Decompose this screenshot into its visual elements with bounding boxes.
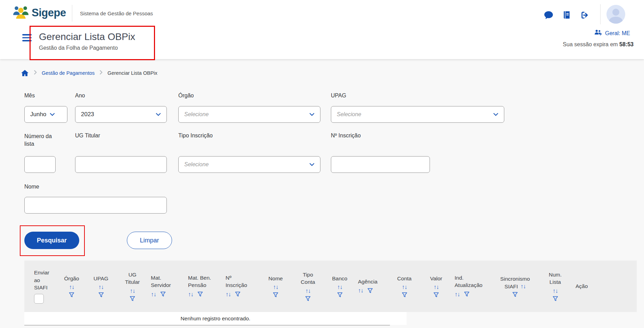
filter-icon[interactable] — [512, 292, 518, 297]
column-label: UPAG — [93, 275, 108, 281]
filter-icon[interactable] — [69, 292, 74, 298]
select-all-checkbox[interactable] — [34, 294, 44, 304]
tipo-inscricao-label: Tipo Inscrição — [178, 133, 213, 139]
column-label: Banco — [332, 275, 348, 281]
empty-message: Nenhum registro encontrado. — [24, 312, 407, 325]
sort-icon[interactable]: ↑↓ — [273, 283, 278, 291]
filter-icon[interactable] — [337, 292, 343, 298]
num-inscricao-input[interactable] — [331, 156, 430, 173]
filter-icon[interactable] — [433, 292, 439, 298]
filter-icon[interactable] — [160, 291, 166, 297]
column-label: Conta — [397, 275, 411, 281]
header-divider — [72, 5, 72, 22]
table-column-header: Conta ↑↓ — [389, 261, 420, 312]
numero-lista-input[interactable] — [24, 156, 56, 173]
home-icon[interactable] — [21, 70, 29, 77]
column-label: Tipo Conta — [301, 272, 315, 285]
table-column-header: Órgão ↑↓ — [57, 261, 86, 312]
limpar-button[interactable]: Limpar — [127, 232, 172, 249]
session-timer: Sua sessão expira em 58:53 — [563, 41, 634, 48]
breadcrumb: Gestão de Pagamentos Gerenciar Lista OBP… — [21, 70, 157, 77]
table-column-header: Tipo Conta ↑↓ — [292, 261, 324, 312]
avatar-divider — [600, 4, 601, 24]
pesquisar-button[interactable]: Pesquisar — [24, 232, 79, 249]
page-subtitle: Gestão da Folha de Pagamento — [39, 45, 135, 51]
filter-icon[interactable] — [197, 291, 203, 297]
profile-selector[interactable]: Geral: ME — [594, 29, 630, 37]
page: Sigepe Sistema de Gestão de Pessoas Gere… — [0, 0, 644, 328]
filter-icon[interactable] — [273, 292, 278, 298]
mes-value: Junho — [30, 111, 46, 118]
sort-icon[interactable]: ↑↓ — [553, 287, 558, 295]
menu-button[interactable] — [22, 34, 32, 43]
filter-icon[interactable] — [553, 296, 558, 302]
avatar[interactable] — [606, 5, 625, 24]
sort-icon[interactable]: ↑↓ — [151, 290, 156, 298]
logout-icon[interactable] — [580, 11, 589, 19]
sort-icon[interactable]: ↑↓ — [520, 283, 525, 290]
upag-select[interactable]: Selecione — [331, 106, 504, 123]
ug-titular-input[interactable] — [75, 156, 167, 173]
orgao-label: Órgão — [178, 93, 194, 99]
numero-lista-label: Número da lista — [24, 133, 63, 148]
ano-select[interactable]: 2023 — [75, 106, 167, 123]
table-column-header: Num. Lista ↑↓ — [537, 261, 573, 312]
table-column-header: Mat. Servidor ↑↓ — [149, 261, 186, 312]
sort-icon[interactable]: ↑↓ — [226, 290, 231, 298]
chat-icon[interactable] — [544, 11, 553, 19]
column-label: Ação — [576, 283, 588, 289]
table-column-header: Ind. Atualização ↑↓ — [453, 261, 493, 312]
breadcrumb-chevron-icon — [34, 70, 37, 76]
sort-icon[interactable]: ↑↓ — [188, 290, 193, 298]
breadcrumb-current: Gerenciar Lista OBPix — [107, 70, 157, 76]
filter-icon[interactable] — [367, 288, 373, 294]
breadcrumb-chevron-icon — [99, 70, 103, 76]
upag-placeholder: Selecione — [337, 111, 361, 118]
table-bottom-divider — [24, 325, 390, 326]
orgao-placeholder: Selecione — [184, 111, 209, 118]
sort-icon[interactable]: ↑↓ — [305, 287, 311, 295]
filter-icon[interactable] — [235, 291, 241, 297]
app-header: Sigepe Sistema de Gestão de Pessoas Gere… — [0, 0, 644, 59]
column-label: Mat. Ben. Pensão — [188, 275, 211, 288]
column-label: Mat. Servidor — [151, 275, 171, 288]
sort-icon[interactable]: ↑↓ — [434, 283, 439, 291]
chevron-down-icon — [309, 161, 315, 168]
header-actions — [544, 10, 589, 19]
sort-icon[interactable]: ↑↓ — [337, 283, 342, 291]
column-label: Órgão — [64, 275, 79, 281]
upag-label: UPAG — [331, 93, 346, 99]
filter-icon[interactable] — [98, 292, 104, 298]
title-block: Gerenciar Lista OBPix Gestão da Folha de… — [39, 31, 135, 51]
sort-icon[interactable]: ↑↓ — [130, 287, 135, 295]
column-label: Valor — [430, 275, 442, 281]
sort-icon[interactable]: ↑↓ — [69, 283, 74, 291]
nome-input[interactable] — [24, 197, 167, 214]
manual-book-icon[interactable] — [562, 10, 571, 19]
table-column-header: Agência ↑↓ — [356, 261, 389, 312]
sort-icon[interactable]: ↑↓ — [455, 290, 460, 298]
orgao-select[interactable]: Selecione — [178, 106, 320, 123]
mes-select[interactable]: Junho — [24, 106, 67, 123]
filter-icon[interactable] — [402, 292, 407, 298]
sort-icon[interactable]: ↑↓ — [402, 283, 407, 291]
filter-icon[interactable] — [130, 296, 135, 302]
sigepe-logo[interactable]: Sigepe — [13, 5, 66, 21]
filter-icon[interactable] — [464, 291, 470, 297]
table-column-header: Mat. Ben. Pensão ↑↓ — [186, 261, 223, 312]
chevron-down-icon — [50, 111, 55, 118]
column-label: UG Titular — [125, 272, 140, 285]
column-label: Agência — [358, 279, 377, 285]
filter-icon[interactable] — [305, 296, 311, 302]
users-gear-icon — [594, 29, 602, 37]
chevron-down-icon — [493, 111, 498, 118]
sort-icon[interactable]: ↑↓ — [358, 287, 363, 295]
table-column-header: Sincronismo SIAFI↑↓ — [493, 261, 537, 312]
tipo-inscricao-select[interactable]: Selecione — [178, 156, 320, 173]
page-title: Gerenciar Lista OBPix — [39, 31, 135, 43]
sort-icon[interactable]: ↑↓ — [98, 283, 104, 291]
breadcrumb-link[interactable]: Gestão de Pagamentos — [42, 70, 95, 76]
ano-label: Ano — [75, 93, 85, 99]
column-label: Nome — [268, 275, 283, 281]
table-column-header: Valor ↑↓ — [420, 261, 453, 312]
